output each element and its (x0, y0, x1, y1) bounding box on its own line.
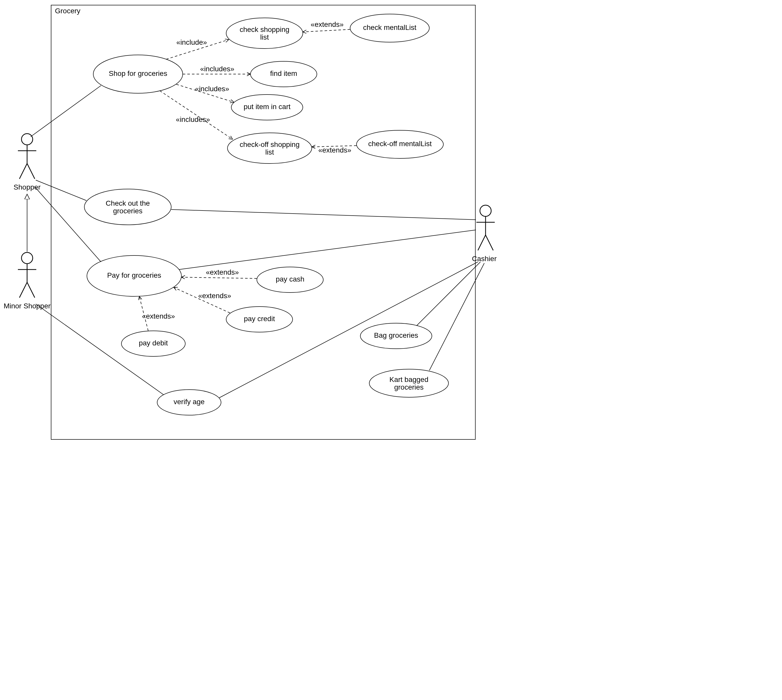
svg-text:pay debit: pay debit (139, 339, 168, 347)
uc-put-item-in-cart[interactable]: put item in cart (231, 95, 303, 120)
svg-text:Kart bagged: Kart bagged (390, 375, 429, 383)
svg-text:verify age: verify age (173, 398, 205, 406)
svg-line-13 (478, 235, 485, 250)
uc-pay-debit[interactable]: pay debit (122, 331, 185, 357)
uc-find-item[interactable]: find item (250, 61, 317, 87)
dep-shop-includes-checkoff (160, 91, 233, 139)
usecase-diagram: Grocery Shopper Minor Shopper Cashier Sh… (0, 0, 501, 445)
svg-text:Check out the: Check out the (106, 199, 150, 207)
assoc-cashier-kart (429, 263, 484, 370)
svg-text:check-off shopping: check-off shopping (240, 140, 300, 148)
svg-line-14 (485, 235, 493, 250)
uc-check-out-groceries[interactable]: Check out the groceries (84, 189, 171, 225)
actor-cashier[interactable]: Cashier (472, 205, 497, 263)
svg-line-9 (27, 282, 35, 298)
dep-mental-extends-checklist (303, 29, 350, 32)
svg-text:find item: find item (270, 70, 297, 77)
svg-point-10 (480, 205, 491, 217)
actor-shopper-label: Shopper (13, 183, 41, 191)
assoc-cashier-bag (417, 262, 480, 326)
system-title: Grocery (55, 7, 80, 15)
stereo-extends-5: «extends» (142, 312, 175, 320)
dep-cash-extends-pay (182, 277, 257, 278)
svg-text:check mentalList: check mentalList (363, 23, 417, 32)
svg-text:groceries: groceries (113, 207, 142, 215)
stereo-extends-4: «extends» (198, 292, 231, 300)
stereo-includes-1: «includes» (200, 65, 234, 73)
uc-bag-groceries[interactable]: Bag groceries (360, 323, 432, 349)
assoc-cashier-pay (179, 230, 476, 270)
svg-text:list: list (260, 33, 269, 41)
uc-verify-age[interactable]: verify age (157, 390, 221, 415)
uc-check-mental-list[interactable]: check mentalList (350, 14, 429, 42)
svg-text:put item in cart: put item in cart (243, 103, 290, 111)
uc-kart-bagged-groceries[interactable]: Kart bagged groceries (369, 369, 449, 397)
svg-line-4 (27, 163, 35, 179)
uc-shop-for-groceries[interactable]: Shop for groceries (93, 55, 183, 93)
svg-text:check shopping: check shopping (240, 25, 290, 33)
uc-pay-credit[interactable]: pay credit (226, 307, 293, 332)
assoc-shopper-checkout (36, 180, 87, 200)
uc-pay-for-groceries[interactable]: Pay for groceries (87, 255, 182, 297)
svg-text:pay cash: pay cash (276, 275, 304, 283)
svg-text:Shop for groceries: Shop for groceries (109, 70, 167, 77)
stereo-includes-3: «includes» (176, 115, 210, 123)
uc-check-shopping-list[interactable]: check shopping list (226, 18, 303, 48)
actor-minor-shopper[interactable]: Minor Shopper (3, 252, 51, 310)
svg-point-0 (22, 133, 33, 145)
stereo-extends-3: «extends» (206, 268, 239, 276)
svg-text:Pay for groceries: Pay for groceries (107, 271, 161, 279)
dep-credit-extends-pay (174, 287, 230, 313)
svg-point-5 (22, 252, 33, 263)
stereo-include-1: «include» (176, 38, 207, 46)
stereo-extends-1: «extends» (310, 20, 343, 28)
uc-pay-cash[interactable]: pay cash (257, 267, 323, 293)
assoc-shopper-shop (31, 86, 101, 137)
svg-line-3 (19, 163, 27, 179)
assoc-cashier-checkout (171, 210, 476, 220)
actor-cashier-label: Cashier (472, 255, 497, 263)
actor-shopper[interactable]: Shopper (13, 133, 41, 191)
svg-text:check-off mentalList: check-off mentalList (368, 140, 432, 148)
svg-line-8 (19, 282, 27, 298)
svg-text:list: list (265, 148, 274, 156)
stereo-extends-2: «extends» (318, 146, 351, 154)
uc-checkoff-mental-list[interactable]: check-off mentalList (357, 130, 444, 158)
svg-text:groceries: groceries (394, 383, 424, 391)
svg-text:pay credit: pay credit (244, 315, 275, 323)
stereo-includes-2: «includes» (195, 85, 229, 93)
svg-text:Bag groceries: Bag groceries (374, 332, 419, 339)
actor-minor-shopper-label: Minor Shopper (3, 302, 51, 310)
uc-checkoff-shopping-list[interactable]: check-off shopping list (227, 133, 312, 163)
